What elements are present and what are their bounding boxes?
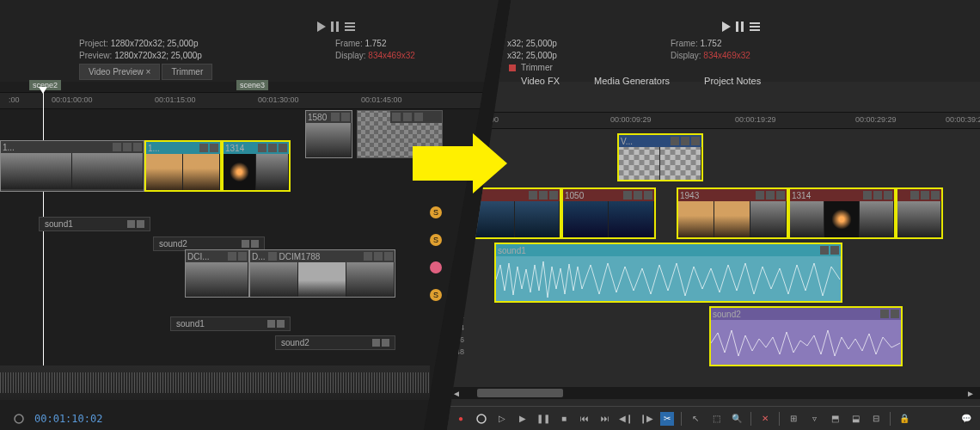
menu-icon[interactable]: [931, 191, 940, 200]
crop-icon[interactable]: [113, 143, 121, 151]
clip-sunset-sel[interactable]: 1...: [144, 140, 222, 192]
fx-icon[interactable]: [372, 339, 380, 347]
list-icon[interactable]: [750, 22, 758, 32]
clip-1050[interactable]: 1050: [561, 187, 656, 239]
fx-icon[interactable]: [921, 191, 929, 200]
close-icon[interactable]: ×: [146, 67, 151, 77]
fx-icon[interactable]: [873, 191, 882, 200]
menu-icon[interactable]: [137, 220, 144, 228]
play-icon[interactable]: [317, 22, 326, 32]
mute-indicator[interactable]: [430, 261, 442, 273]
tab-project-notes[interactable]: Project Notes: [704, 76, 761, 86]
fx-icon[interactable]: [199, 144, 208, 152]
crop-icon[interactable]: [671, 137, 679, 145]
menu-icon[interactable]: [133, 143, 142, 151]
menu-icon[interactable]: [776, 191, 785, 200]
go-end-button[interactable]: ⏭: [598, 412, 612, 426]
snap-button[interactable]: ⊞: [787, 412, 800, 426]
loop-icon[interactable]: [13, 413, 25, 425]
fx-icon[interactable]: [127, 220, 135, 228]
fx-icon[interactable]: [766, 191, 775, 200]
pause-icon[interactable]: [331, 22, 340, 32]
menu-icon[interactable]: [891, 310, 899, 318]
menu-icon[interactable]: [277, 320, 285, 328]
fx-icon[interactable]: [123, 143, 132, 151]
clip-13[interactable]: 13: [469, 187, 561, 239]
prev-frame-button[interactable]: ◀❙: [619, 412, 633, 426]
track-sound1-b[interactable]: sound1: [170, 316, 291, 331]
fx-icon[interactable]: [242, 240, 249, 248]
scroll-left-icon[interactable]: ◄: [452, 389, 461, 398]
marker-scene3[interactable]: scene3: [236, 80, 268, 90]
crop-icon[interactable]: [623, 191, 632, 200]
solo-indicator[interactable]: S: [430, 206, 442, 218]
crop-icon[interactable]: [863, 191, 872, 200]
crop-icon[interactable]: [364, 252, 372, 261]
lock-button[interactable]: 🔒: [897, 412, 911, 426]
tab-video-preview[interactable]: Video Preview ×: [79, 64, 160, 80]
tool-a[interactable]: ⬓: [848, 412, 862, 426]
fx-icon[interactable]: [228, 252, 236, 261]
scrollbar-thumb[interactable]: [477, 389, 563, 397]
play-icon[interactable]: [722, 22, 731, 32]
track-sound2-b[interactable]: sound2: [275, 335, 395, 350]
tab-video-fx[interactable]: Video FX: [521, 76, 560, 86]
menu-icon[interactable]: [238, 252, 247, 261]
audio-sound2[interactable]: sound2: [709, 306, 903, 366]
menu-icon[interactable]: [830, 246, 839, 255]
menu-icon[interactable]: [549, 191, 558, 200]
fx-icon[interactable]: [634, 191, 642, 200]
playhead-left[interactable]: [43, 92, 44, 376]
menu-icon[interactable]: [414, 113, 423, 121]
select-tool[interactable]: ⬚: [709, 412, 723, 426]
crop-icon[interactable]: [392, 113, 401, 121]
pause-icon[interactable]: [736, 22, 744, 32]
menu-icon[interactable]: [644, 191, 652, 200]
comment-button[interactable]: 💬: [959, 412, 973, 426]
fx-icon[interactable]: [880, 310, 889, 318]
menu-icon[interactable]: [210, 144, 218, 152]
clip-1314-r[interactable]: 1314: [788, 187, 896, 239]
scroll-right-icon[interactable]: ►: [966, 389, 975, 398]
fx-icon[interactable]: [331, 113, 340, 121]
crop-icon[interactable]: [529, 191, 537, 200]
clip-1314[interactable]: 1314: [222, 140, 291, 192]
marker-button[interactable]: ▿: [807, 412, 821, 426]
menu-icon[interactable]: [884, 191, 892, 200]
delete-button[interactable]: ✕: [758, 412, 772, 426]
fx-icon[interactable]: [403, 113, 412, 121]
edit-tool-button[interactable]: ✂: [660, 412, 674, 426]
clip-dcim[interactable]: DCI...: [185, 249, 249, 298]
menu-icon[interactable]: [251, 240, 259, 248]
clip-1943[interactable]: 1943: [677, 187, 788, 239]
tool-b[interactable]: ⊟: [869, 412, 883, 426]
zoom-tool[interactable]: 🔍: [730, 412, 744, 426]
track-sound1-left[interactable]: sound1: [39, 217, 150, 231]
play-button[interactable]: ▶: [516, 412, 530, 426]
clip-v[interactable]: V...: [617, 133, 703, 181]
record-button[interactable]: ●: [454, 412, 468, 426]
crop-icon[interactable]: [258, 144, 266, 152]
pause-button[interactable]: ❚❚: [536, 412, 550, 426]
solo-indicator[interactable]: S: [430, 234, 442, 246]
go-start-button[interactable]: ⏮: [578, 412, 591, 426]
menu-icon[interactable]: [341, 113, 350, 121]
crop-icon[interactable]: [910, 191, 919, 200]
play-start-button[interactable]: ▷: [495, 412, 509, 426]
solo-indicator[interactable]: S: [430, 289, 442, 301]
list-icon[interactable]: [345, 22, 353, 32]
audio-sound1[interactable]: sound1: [494, 243, 842, 303]
fx-icon[interactable]: [820, 246, 829, 255]
fx-icon[interactable]: [374, 252, 383, 261]
stop-button[interactable]: ■: [557, 412, 571, 426]
next-frame-button[interactable]: ❙▶: [640, 412, 653, 426]
menu-icon[interactable]: [382, 339, 389, 347]
cursor-tool[interactable]: ↖: [689, 412, 702, 426]
tab-trimmer-r[interactable]: Trimmer: [521, 63, 553, 72]
menu-icon[interactable]: [384, 252, 393, 261]
tab-trimmer[interactable]: Trimmer: [162, 64, 212, 80]
loop-button[interactable]: [475, 412, 488, 426]
fx-icon[interactable]: [267, 320, 275, 328]
clip-1580[interactable]: 1580: [305, 110, 352, 158]
menu-icon[interactable]: [279, 144, 287, 152]
